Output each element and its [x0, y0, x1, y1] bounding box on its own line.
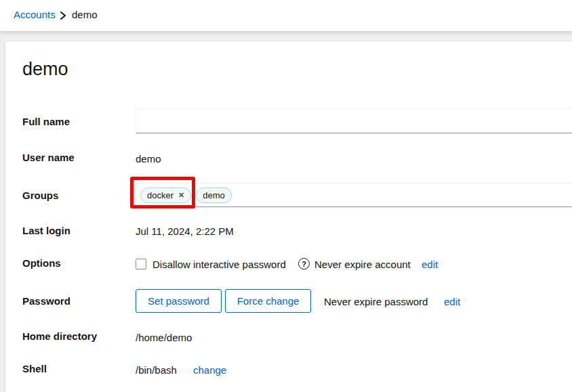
group-tag-demo: demo [196, 188, 232, 203]
group-tag-docker: docker ✕ [140, 188, 191, 203]
account-card: demo Full name User name demo Groups doc… [5, 41, 572, 392]
full-name-input[interactable] [136, 108, 572, 133]
page-title: demo [22, 59, 68, 80]
password-label: Password [22, 296, 70, 307]
options-label: Options [22, 258, 61, 269]
force-change-button[interactable]: Force change [225, 289, 311, 313]
home-directory-value: /home/demo [136, 332, 192, 343]
shell-value: /bin/bash [136, 364, 177, 376]
edit-password-expiry-link[interactable]: edit [444, 296, 460, 307]
full-name-label: Full name [22, 116, 70, 127]
user-name-label: User name [22, 152, 75, 163]
breadcrumb: Accounts demo [0, 0, 572, 31]
group-tag-label: demo [203, 190, 225, 200]
home-directory-label: Home directory [22, 331, 97, 342]
groups-label: Groups [22, 190, 58, 201]
group-tag-label: docker [147, 190, 173, 200]
help-question-icon[interactable]: ? [298, 258, 310, 269]
set-password-button[interactable]: Set password [136, 289, 222, 313]
last-login-label: Last login [22, 225, 70, 236]
accounts-detail-page: Accounts demo demo Full name User name d… [0, 0, 572, 392]
breadcrumb-current: demo [72, 9, 98, 20]
password-expiry-status: Never expire password [324, 296, 428, 307]
groups-input[interactable]: docker ✕ demo [136, 183, 572, 207]
remove-group-icon[interactable]: ✕ [178, 192, 184, 199]
user-name-value: demo [136, 153, 161, 165]
account-expiry-status: Never expire account [314, 259, 411, 270]
disallow-password-checkbox-label[interactable]: Disallow interactive password [152, 259, 286, 270]
chevron-right-icon [59, 11, 67, 20]
shell-label: Shell [22, 364, 47, 374]
last-login-value: Jul 11, 2024, 2:22 PM [136, 225, 234, 237]
breadcrumb-accounts-link[interactable]: Accounts [14, 9, 56, 20]
edit-account-expiry-link[interactable]: edit [422, 259, 438, 270]
disallow-password-checkbox[interactable] [136, 259, 146, 269]
change-shell-link[interactable]: change [193, 364, 226, 376]
